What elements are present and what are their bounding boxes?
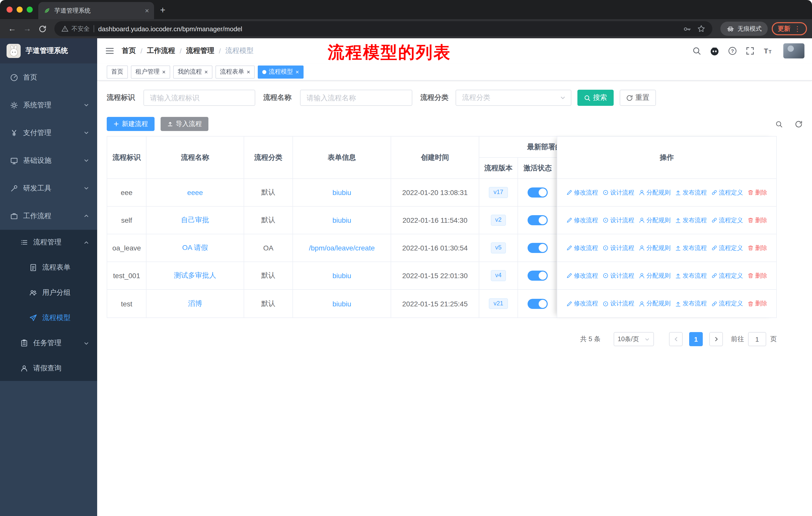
import-process-button[interactable]: 导入流程 — [161, 117, 208, 131]
sidebar-item-process-form[interactable]: 流程表单 — [0, 255, 97, 280]
new-tab-button[interactable]: + — [160, 5, 165, 16]
password-key-icon[interactable] — [683, 25, 691, 33]
close-window-button[interactable] — [6, 6, 12, 12]
sidebar-item-infrastructure[interactable]: 基础设施 — [0, 147, 97, 174]
create-process-button[interactable]: 新建流程 — [107, 117, 154, 131]
app-logo[interactable]: 芋道管理系统 — [0, 38, 97, 63]
tag-process-form[interactable]: 流程表单 × — [215, 65, 255, 78]
process-name-link[interactable]: 滔博 — [188, 299, 202, 308]
sidebar-item-payment[interactable]: 支付管理 — [0, 119, 97, 147]
process-name-link[interactable]: OA 请假 — [182, 243, 208, 252]
process-name-link[interactable]: eeee — [187, 188, 203, 196]
active-status-toggle[interactable] — [528, 187, 548, 197]
action-design[interactable]: 设计流程 — [603, 216, 634, 224]
reset-button[interactable]: 重置 — [620, 90, 656, 106]
action-edit[interactable]: 修改流程 — [566, 271, 598, 280]
action-delete[interactable]: 删除 — [748, 299, 767, 308]
tag-tenant[interactable]: 租户管理 × — [131, 65, 170, 78]
process-name-link[interactable]: 自己审批 — [181, 216, 209, 225]
table-refresh-icon[interactable] — [795, 120, 803, 128]
forward-icon[interactable]: → — [20, 22, 34, 36]
sidebar-item-leave-query[interactable]: 请假查询 — [0, 356, 97, 381]
tag-close-icon[interactable]: × — [162, 69, 166, 75]
maximize-window-button[interactable] — [27, 6, 33, 12]
bookmark-star-icon[interactable] — [697, 25, 705, 33]
breadcrumb-item[interactable]: 工作流程 — [147, 46, 175, 55]
sidebar-item-task-management[interactable]: 任务管理 — [0, 331, 97, 356]
minimize-window-button[interactable] — [17, 6, 23, 12]
browser-tab[interactable]: 芋道管理系统 × — [38, 2, 154, 19]
tab-close-icon[interactable]: × — [145, 7, 149, 14]
user-avatar[interactable] — [783, 43, 805, 58]
tag-close-icon[interactable]: × — [204, 69, 208, 75]
sidebar-item-workflow[interactable]: 工作流程 — [0, 202, 97, 230]
chrome-update-button[interactable]: 更新 ⋮ — [772, 22, 807, 35]
tag-home[interactable]: 首页 — [107, 65, 128, 78]
action-delete[interactable]: 删除 — [748, 216, 767, 224]
sidebar-item-dev-tools[interactable]: 研发工具 — [0, 174, 97, 202]
active-status-toggle[interactable] — [528, 271, 548, 281]
action-edit[interactable]: 修改流程 — [566, 299, 598, 308]
tag-close-icon[interactable]: × — [247, 69, 250, 75]
action-publish[interactable]: 发布流程 — [675, 188, 707, 197]
action-definition[interactable]: 流程定义 — [711, 188, 743, 197]
back-icon[interactable]: ← — [5, 22, 19, 36]
action-assign[interactable]: 分配规则 — [639, 299, 671, 308]
search-icon[interactable] — [692, 46, 701, 55]
action-publish[interactable]: 发布流程 — [675, 299, 707, 308]
search-button[interactable]: 搜索 — [577, 90, 614, 106]
action-publish[interactable]: 发布流程 — [675, 244, 707, 252]
sidebar-item-system[interactable]: 系统管理 — [0, 91, 97, 119]
security-chip[interactable]: 不安全 — [61, 24, 90, 33]
action-design[interactable]: 设计流程 — [603, 244, 634, 252]
process-id-input[interactable] — [143, 90, 255, 106]
action-assign[interactable]: 分配规则 — [639, 244, 671, 252]
process-name-input[interactable] — [300, 90, 412, 106]
action-edit[interactable]: 修改流程 — [566, 188, 598, 197]
action-edit[interactable]: 修改流程 — [566, 216, 598, 224]
sidebar-item-home[interactable]: 首页 — [0, 63, 97, 91]
sidebar-item-process-model[interactable]: 流程模型 — [0, 305, 97, 331]
form-info-link[interactable]: biubiu — [332, 300, 351, 308]
action-definition[interactable]: 流程定义 — [711, 244, 743, 252]
action-design[interactable]: 设计流程 — [603, 271, 634, 280]
active-status-toggle[interactable] — [528, 299, 548, 309]
sidebar-item-process-management[interactable]: 流程管理 — [0, 230, 97, 255]
form-info-link[interactable]: biubiu — [332, 272, 351, 280]
active-status-toggle[interactable] — [528, 215, 548, 225]
action-edit[interactable]: 修改流程 — [566, 244, 598, 252]
reload-icon[interactable] — [35, 22, 49, 36]
tag-close-icon[interactable]: × — [295, 69, 299, 75]
form-info-link[interactable]: /bpm/oa/leave/create — [309, 244, 375, 252]
prev-page-button[interactable] — [669, 332, 683, 346]
fullscreen-icon[interactable] — [746, 46, 755, 55]
category-select[interactable]: 流程分类 — [456, 90, 571, 106]
github-icon[interactable] — [710, 46, 719, 56]
action-assign[interactable]: 分配规则 — [639, 271, 671, 280]
action-design[interactable]: 设计流程 — [603, 299, 634, 308]
action-publish[interactable]: 发布流程 — [675, 271, 707, 280]
action-assign[interactable]: 分配规则 — [639, 188, 671, 197]
sidebar-item-user-group[interactable]: 用户分组 — [0, 280, 97, 305]
goto-page-input[interactable] — [748, 332, 766, 346]
action-assign[interactable]: 分配规则 — [639, 216, 671, 224]
tag-my-process[interactable]: 我的流程 × — [173, 65, 212, 78]
page-size-select[interactable]: 10条/页 — [614, 332, 654, 346]
action-delete[interactable]: 删除 — [748, 244, 767, 252]
action-design[interactable]: 设计流程 — [603, 188, 634, 197]
action-publish[interactable]: 发布流程 — [675, 216, 707, 224]
form-info-link[interactable]: biubiu — [332, 188, 351, 196]
action-delete[interactable]: 删除 — [748, 271, 767, 280]
sidebar-collapse-icon[interactable] — [105, 46, 115, 56]
browser-menu-icon[interactable]: ⋮ — [794, 25, 801, 33]
table-search-icon[interactable] — [775, 120, 783, 128]
next-page-button[interactable] — [709, 332, 723, 346]
form-info-link[interactable]: biubiu — [332, 216, 351, 224]
action-definition[interactable]: 流程定义 — [711, 216, 743, 224]
address-bar[interactable]: 不安全 dashboard.yudao.iocoder.cn/bpm/manag… — [54, 21, 712, 36]
font-size-icon[interactable]: TT — [763, 46, 773, 55]
active-status-toggle[interactable] — [528, 243, 548, 253]
page-number-current[interactable]: 1 — [689, 332, 703, 346]
action-definition[interactable]: 流程定义 — [711, 271, 743, 280]
action-definition[interactable]: 流程定义 — [711, 299, 743, 308]
